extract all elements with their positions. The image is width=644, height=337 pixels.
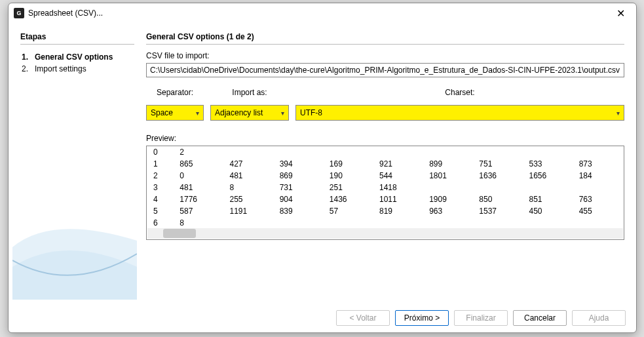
table-cell: 2 bbox=[174, 146, 224, 158]
table-cell: 1418 bbox=[374, 182, 424, 193]
divider bbox=[20, 44, 134, 45]
table-cell: 1801 bbox=[424, 170, 474, 182]
table-cell: 763 bbox=[574, 193, 624, 205]
separator-select[interactable]: Space ▾ bbox=[146, 105, 204, 121]
footer: < Voltar Próximo > Finalizar Cancelar Aj… bbox=[9, 304, 636, 332]
table-cell bbox=[524, 146, 574, 158]
table-cell: 873 bbox=[574, 158, 624, 170]
table-cell: 1436 bbox=[324, 193, 374, 205]
table-cell: 481 bbox=[174, 182, 224, 193]
table-cell bbox=[275, 146, 324, 158]
table-cell: 3 bbox=[147, 182, 174, 193]
table-cell bbox=[524, 182, 574, 193]
table-cell: 850 bbox=[474, 193, 523, 205]
table-cell: 8 bbox=[224, 182, 274, 193]
preview-label: Preview: bbox=[146, 134, 624, 143]
table-cell: 5 bbox=[147, 205, 174, 217]
charset-value: UTF-8 bbox=[300, 108, 322, 117]
chevron-down-icon: ▾ bbox=[616, 109, 620, 117]
charset-label: Charset: bbox=[295, 88, 624, 97]
preview-box[interactable]: 0218654273941699218997515338732048186919… bbox=[146, 146, 624, 240]
importas-label: Import as: bbox=[210, 88, 289, 97]
scrollbar-thumb[interactable] bbox=[163, 229, 196, 238]
table-cell: 8 bbox=[174, 217, 224, 229]
table-cell: 839 bbox=[275, 205, 324, 217]
table-cell: 251 bbox=[324, 182, 374, 193]
table-cell: 1011 bbox=[374, 193, 424, 205]
table-cell: 450 bbox=[524, 205, 574, 217]
chevron-down-icon: ▾ bbox=[196, 109, 199, 117]
titlebar: G Spreadsheet (CSV)... ✕ bbox=[9, 3, 636, 23]
table-cell: 427 bbox=[224, 158, 274, 170]
table-cell: 1 bbox=[147, 158, 174, 170]
table-cell bbox=[275, 217, 324, 229]
table-cell: 184 bbox=[574, 170, 624, 182]
close-icon[interactable]: ✕ bbox=[610, 7, 631, 20]
table-row: 68 bbox=[147, 217, 624, 229]
table-cell: 819 bbox=[374, 205, 424, 217]
table-cell bbox=[474, 182, 523, 193]
divider bbox=[146, 44, 624, 45]
table-cell: 190 bbox=[324, 170, 374, 182]
step-list: 1. General CSV options 2. Import setting… bbox=[20, 51, 134, 75]
table-cell bbox=[524, 217, 574, 229]
charset-option: Charset: UTF-8 ▾ bbox=[295, 88, 624, 121]
table-cell bbox=[574, 146, 624, 158]
charset-select[interactable]: UTF-8 ▾ bbox=[295, 105, 624, 121]
table-cell: 481 bbox=[224, 170, 274, 182]
table-cell: 255 bbox=[224, 193, 274, 205]
table-cell: 455 bbox=[574, 205, 624, 217]
options-row: Separator: Space ▾ Import as: Adjacency … bbox=[146, 88, 624, 121]
table-cell: 1537 bbox=[474, 205, 523, 217]
table-cell bbox=[224, 146, 274, 158]
table-row: 41776255904143610111909850851763 bbox=[147, 193, 624, 205]
table-cell: 0 bbox=[174, 170, 224, 182]
separator-label: Separator: bbox=[146, 88, 204, 97]
table-cell: 751 bbox=[474, 158, 523, 170]
table-cell: 169 bbox=[324, 158, 374, 170]
horizontal-scrollbar[interactable] bbox=[147, 228, 623, 239]
separator-value: Space bbox=[151, 108, 173, 117]
finish-button: Finalizar bbox=[454, 310, 508, 326]
table-cell: 4 bbox=[147, 193, 174, 205]
step-2[interactable]: 2. Import settings bbox=[20, 63, 134, 75]
table-cell: 6 bbox=[147, 217, 174, 229]
csv-import-dialog: G Spreadsheet (CSV)... ✕ Etapas 1. Gener… bbox=[8, 3, 637, 333]
step-label: Import settings bbox=[35, 64, 86, 73]
table-cell: 1191 bbox=[224, 205, 274, 217]
sidebar: Etapas 1. General CSV options 2. Import … bbox=[12, 23, 138, 304]
sidebar-heading: Etapas bbox=[20, 32, 134, 41]
table-cell: 587 bbox=[174, 205, 224, 217]
table-cell: 533 bbox=[524, 158, 574, 170]
table-cell bbox=[374, 217, 424, 229]
table-row: 02 bbox=[147, 146, 624, 158]
table-row: 348187312511418 bbox=[147, 182, 624, 193]
main-heading: General CSV options (1 de 2) bbox=[146, 32, 624, 41]
table-cell: 544 bbox=[374, 170, 424, 182]
step-1[interactable]: 1. General CSV options bbox=[20, 51, 134, 63]
file-path-input[interactable] bbox=[146, 63, 624, 77]
cancel-button[interactable]: Cancelar bbox=[513, 310, 567, 326]
table-cell: 1909 bbox=[424, 193, 474, 205]
table-cell bbox=[424, 182, 474, 193]
table-cell: 1636 bbox=[474, 170, 523, 182]
table-cell: 921 bbox=[374, 158, 424, 170]
app-icon: G bbox=[14, 8, 24, 18]
table-cell bbox=[474, 146, 523, 158]
table-cell bbox=[424, 217, 474, 229]
next-button[interactable]: Próximo > bbox=[395, 310, 449, 326]
table-cell: 394 bbox=[275, 158, 324, 170]
decorative-swoosh bbox=[12, 208, 137, 300]
preview-table: 0218654273941699218997515338732048186919… bbox=[147, 146, 624, 229]
table-cell: 851 bbox=[524, 193, 574, 205]
main-panel: General CSV options (1 de 2) CSV file to… bbox=[138, 23, 632, 304]
table-cell: 904 bbox=[275, 193, 324, 205]
importas-select[interactable]: Adjacency list ▾ bbox=[210, 105, 289, 121]
table-cell bbox=[324, 146, 374, 158]
table-cell: 869 bbox=[275, 170, 324, 182]
table-cell: 57 bbox=[324, 205, 374, 217]
table-row: 55871191839578199631537450455 bbox=[147, 205, 624, 217]
dialog-body: Etapas 1. General CSV options 2. Import … bbox=[9, 23, 636, 304]
back-button: < Voltar bbox=[336, 310, 390, 326]
file-label: CSV file to import: bbox=[146, 51, 624, 60]
